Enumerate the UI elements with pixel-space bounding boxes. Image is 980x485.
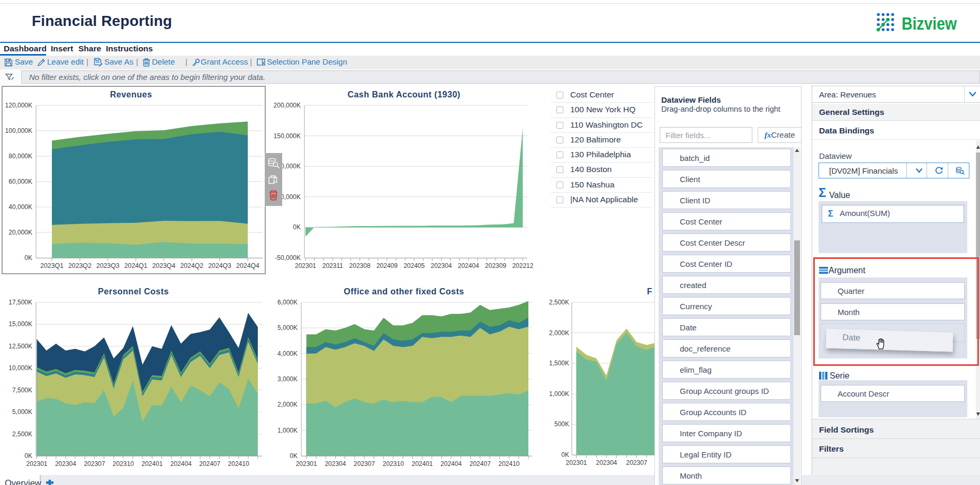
svg-text:2,000K: 2,000K <box>549 329 569 337</box>
svg-text:3,000K: 3,000K <box>277 375 298 383</box>
svg-text:202304: 202304 <box>430 262 452 270</box>
svg-text:15,000K: 15,000K <box>8 320 32 328</box>
svg-text:120,000K: 120,000K <box>5 102 32 109</box>
svg-text:20,000K: 20,000K <box>8 229 32 236</box>
svg-text:202301: 202301 <box>565 459 587 466</box>
svg-text:17,500K: 17,500K <box>8 299 32 306</box>
svg-text:202404: 202404 <box>440 460 462 468</box>
svg-text:6,000K: 6,000K <box>277 299 298 306</box>
svg-text:0K: 0K <box>561 451 569 459</box>
svg-text:10,000K: 10,000K <box>8 364 32 372</box>
svg-text:1,000K: 1,000K <box>549 390 569 398</box>
svg-text:202301: 202301 <box>26 460 47 468</box>
svg-text:2023Q2: 2023Q2 <box>68 262 92 270</box>
svg-text:60,000K: 60,000K <box>8 178 32 185</box>
svg-text:2023Q4: 2023Q4 <box>152 262 176 270</box>
svg-text:150,000K: 150,000K <box>274 132 301 140</box>
svg-text:2,500K: 2,500K <box>549 299 569 306</box>
svg-text:0K: 0K <box>293 223 301 231</box>
svg-text:500K: 500K <box>554 420 569 428</box>
svg-text:0K: 0K <box>290 452 298 460</box>
svg-text:2024Q1: 2024Q1 <box>124 262 148 270</box>
svg-text:202310: 202310 <box>383 460 404 468</box>
svg-text:2024Q2: 2024Q2 <box>180 262 203 270</box>
svg-text:2024Q4: 2024Q4 <box>236 262 259 270</box>
svg-text:200,000K: 200,000K <box>274 102 301 109</box>
svg-text:202307: 202307 <box>354 460 375 468</box>
svg-text:2023Q1: 2023Q1 <box>40 262 64 270</box>
svg-text:2,000K: 2,000K <box>277 401 298 408</box>
svg-text:Bizview: Bizview <box>902 14 957 33</box>
svg-text:202212: 202212 <box>512 262 533 270</box>
svg-text:5,000K: 5,000K <box>12 408 32 416</box>
svg-text:202401: 202401 <box>141 460 163 468</box>
svg-text:202401: 202401 <box>411 460 433 468</box>
svg-text:2,500K: 2,500K <box>12 430 32 438</box>
svg-text:202407: 202407 <box>470 460 491 468</box>
svg-text:202310: 202310 <box>113 460 134 468</box>
svg-text:7,500K: 7,500K <box>12 387 32 394</box>
svg-text:202308: 202308 <box>349 262 371 270</box>
svg-text:202304: 202304 <box>55 460 76 468</box>
svg-text:202404: 202404 <box>170 460 192 468</box>
svg-text:-50,000K: -50,000K <box>275 254 301 262</box>
svg-text:202307: 202307 <box>626 459 647 466</box>
svg-text:80,000K: 80,000K <box>8 152 32 160</box>
svg-text:Personnel Costs: Personnel Costs <box>98 287 169 296</box>
svg-text:0K: 0K <box>24 452 32 460</box>
svg-text:202304: 202304 <box>325 460 346 468</box>
svg-text:0K: 0K <box>24 254 32 262</box>
svg-text:202410: 202410 <box>228 460 249 468</box>
svg-text:202410: 202410 <box>498 460 519 468</box>
svg-text:202309: 202309 <box>485 262 506 270</box>
svg-text:Office and other fixed Costs: Office and other fixed Costs <box>344 287 464 296</box>
svg-text:202404: 202404 <box>458 262 479 270</box>
svg-text:1,000K: 1,000K <box>277 427 298 434</box>
svg-text:1,500K: 1,500K <box>549 360 569 367</box>
svg-text:F: F <box>647 287 652 296</box>
svg-text:202405: 202405 <box>403 262 425 270</box>
svg-text:2023Q3: 2023Q3 <box>96 262 120 270</box>
svg-text:202409: 202409 <box>376 262 398 270</box>
svg-text:40,000K: 40,000K <box>8 203 32 211</box>
svg-text:2024Q3: 2024Q3 <box>208 262 231 270</box>
svg-text:202301: 202301 <box>295 262 316 270</box>
svg-text:100,000K: 100,000K <box>5 127 32 134</box>
svg-text:202311: 202311 <box>322 262 343 270</box>
svg-text:Revenues: Revenues <box>110 90 152 99</box>
svg-text:202407: 202407 <box>199 460 220 468</box>
svg-text:5,000K: 5,000K <box>277 324 298 331</box>
svg-text:202304: 202304 <box>596 459 617 466</box>
svg-text:202301: 202301 <box>296 460 317 468</box>
svg-text:Cash Bank Account (1930): Cash Bank Account (1930) <box>347 90 460 99</box>
svg-text:12,500K: 12,500K <box>8 343 32 350</box>
svg-text:202307: 202307 <box>84 460 105 468</box>
svg-text:4,000K: 4,000K <box>277 350 298 357</box>
